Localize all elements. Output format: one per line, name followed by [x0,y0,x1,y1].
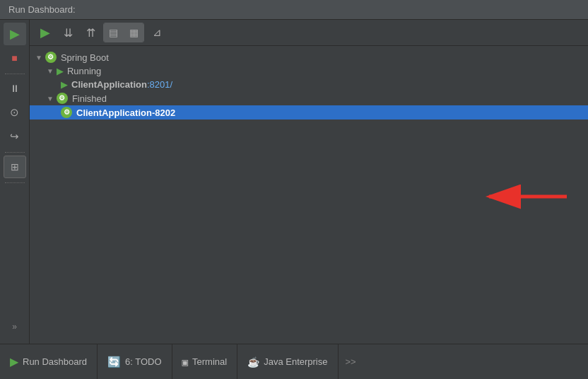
tree-item-client-app-1[interactable]: ▶ ClientApplication :8201/ [30,78,588,91]
play-icon-client1: ▶ [61,79,68,90]
run-dashboard-icon: ▶ [10,355,18,368]
tree-item-label-client2: ClientApplication-8202 [76,107,175,118]
terminal-label: Terminal [192,356,227,367]
sidebar-structure-icon[interactable]: ⊞ [4,156,26,178]
grid-view-button[interactable]: ▦ [124,23,143,42]
scroll-end-button[interactable]: ⇊ [58,23,78,42]
tree-item-label-running: Running [67,66,101,76]
todo-icon: 🔄 [107,356,121,368]
tree-item-client-app-2[interactable]: ⚙ ClientApplication-8202 [30,105,588,119]
title-text: Run Dashboard: [8,4,76,15]
list-view-button[interactable]: ▤ [104,23,124,42]
status-terminal[interactable]: ▣ Terminal [172,344,238,379]
sidebar-divider-1 [5,74,25,74]
run-dashboard-label: Run Dashboard [23,356,87,367]
toolbar: ▶ ⇊ ⇈ ▤ ▦ ⊿ [30,20,588,46]
tree-item-label-finished: Finished [72,93,107,104]
pin-button[interactable]: ⇈ [81,23,100,42]
tree-item-port-client1: :8201/ [147,79,172,90]
status-run-dashboard[interactable]: ▶ Run Dashboard [0,344,98,379]
sidebar-stop-icon[interactable]: ■ [4,47,26,69]
sidebar-run-icon[interactable]: ▶ [4,23,26,45]
tree-item-spring-boot[interactable]: ▼ ⚙ Spring Boot [30,50,588,64]
sidebar-camera-icon[interactable]: ⊙ [4,101,26,124]
tree-item-finished[interactable]: ▼ ⚙ Finished [30,91,588,105]
tree-item-label-spring-boot: Spring Boot [61,52,109,63]
sidebar-divider-2 [5,152,25,153]
more-tabs-icon: >> [346,356,356,367]
sidebar-divider-3 [5,182,25,183]
tree-arrow-running: ▼ [47,67,54,75]
sidebar-more-icon[interactable]: » [4,315,26,338]
status-bar: ▶ Run Dashboard 🔄 6: TODO ▣ Terminal ☕ J… [0,344,588,379]
sidebar-pause-icon[interactable]: ⏸ [4,77,26,100]
tree-item-running[interactable]: ▼ ▶ Running [30,64,588,78]
run-button[interactable]: ▶ [35,23,55,42]
more-tabs[interactable]: >> [339,344,363,379]
status-todo[interactable]: 🔄 6: TODO [98,344,172,379]
spring-boot-icon: ⚙ [45,52,57,63]
java-enterprise-label: Java Enterprise [264,356,327,367]
tree-item-label-client1: ClientApplication [71,79,147,90]
tree-arrow-spring-boot: ▼ [35,54,42,62]
terminal-icon: ▣ [182,356,188,368]
tree-arrow-finished: ▼ [47,95,54,103]
spring-icon-finished: ⚙ [57,93,68,104]
title-bar: Run Dashboard: [0,0,588,20]
view-toggle-group: ▤ ▦ [103,23,144,42]
play-icon-running: ▶ [57,66,64,76]
java-enterprise-icon: ☕ [247,356,259,368]
tree-view[interactable]: ▼ ⚙ Spring Boot ▼ ▶ Running ▶ ClientAppl… [30,46,588,344]
left-sidebar: ▶ ■ ⏸ ⊙ ↪ ⊞ » [0,20,30,344]
sidebar-login-icon[interactable]: ↪ [4,125,26,148]
spring-icon-client2: ⚙ [61,107,72,118]
filter-button[interactable]: ⊿ [147,23,167,42]
status-java-enterprise[interactable]: ☕ Java Enterprise [237,344,338,379]
todo-label: 6: TODO [125,356,162,367]
